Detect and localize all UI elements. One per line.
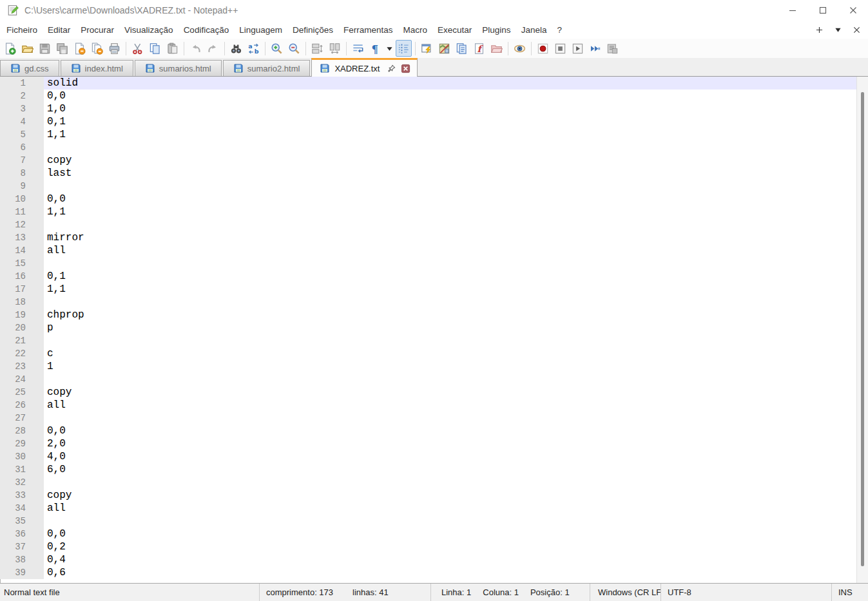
file-monitoring-button[interactable]: [512, 40, 528, 57]
menu-help[interactable]: ?: [552, 22, 567, 38]
maximize-button[interactable]: [807, 0, 838, 21]
editor-line[interactable]: 171,1: [0, 283, 857, 296]
tab-list-dropdown-button[interactable]: [833, 25, 843, 35]
editor-line[interactable]: 27: [0, 412, 857, 425]
editor-line[interactable]: 21: [0, 334, 857, 347]
editor-line[interactable]: 22c: [0, 347, 857, 360]
editor-line[interactable]: 14all: [0, 244, 857, 257]
print-button[interactable]: [106, 40, 122, 57]
editor-line[interactable]: 100,0: [0, 193, 857, 205]
document-map-button[interactable]: [436, 40, 452, 57]
close-button[interactable]: [838, 0, 868, 21]
pin-tab-icon[interactable]: [387, 64, 396, 73]
close-tab-icon[interactable]: [401, 64, 410, 73]
editor-line[interactable]: 51,1: [0, 128, 857, 141]
editor-line[interactable]: 8last: [0, 167, 857, 180]
plus-button[interactable]: [815, 25, 824, 35]
show-indent-guide-button[interactable]: [396, 40, 412, 57]
minimize-button[interactable]: [777, 0, 807, 21]
sync-vertical-button[interactable]: [309, 40, 325, 57]
editor-line[interactable]: 316,0: [0, 463, 857, 476]
editor-line[interactable]: 24: [0, 373, 857, 386]
zoom-out-button[interactable]: [286, 40, 302, 57]
document-list-button[interactable]: [454, 40, 470, 57]
editor-line[interactable]: 34all: [0, 502, 857, 515]
menu-editar[interactable]: Editar: [43, 22, 75, 38]
editor-line[interactable]: 40,1: [0, 115, 857, 128]
editor-line[interactable]: 380,4: [0, 553, 857, 566]
editor-line[interactable]: 231: [0, 360, 857, 373]
editor-line[interactable]: 20,0: [0, 90, 857, 102]
close-document-button[interactable]: [852, 25, 862, 35]
find-button[interactable]: [228, 40, 244, 57]
cut-button[interactable]: [130, 40, 146, 57]
macro-run-multiple-button[interactable]: [587, 40, 603, 57]
macro-record-button[interactable]: [535, 40, 551, 57]
zoom-in-button[interactable]: [269, 40, 285, 57]
editor-line[interactable]: 304,0: [0, 450, 857, 463]
tab-gd-css[interactable]: gd.css: [0, 60, 59, 76]
status-encoding-section[interactable]: UTF-8: [661, 584, 831, 601]
save-button[interactable]: [37, 40, 53, 57]
replace-button[interactable]: ab: [246, 40, 262, 57]
menu-plugins[interactable]: Plugins: [477, 22, 516, 38]
menu-janela[interactable]: Janela: [516, 22, 552, 38]
sync-horizontal-button[interactable]: [327, 40, 343, 57]
show-all-characters-button[interactable]: ¶: [367, 40, 383, 57]
macro-stop-button[interactable]: [552, 40, 568, 57]
editor-line[interactable]: 26all: [0, 399, 857, 412]
editor[interactable]: 1solid20,031,040,151,167copy8last9100,01…: [0, 77, 868, 583]
status-insert-mode-section[interactable]: INS: [831, 584, 868, 601]
menu-definicoes[interactable]: Definições: [287, 22, 338, 38]
editor-line[interactable]: 390,6: [0, 566, 857, 579]
redo-button[interactable]: [205, 40, 221, 57]
vertical-scrollbar[interactable]: [856, 77, 868, 583]
menu-procurar[interactable]: Procurar: [75, 22, 119, 38]
editor-line[interactable]: 6: [0, 141, 857, 154]
open-file-button[interactable]: [19, 40, 35, 57]
editor-line[interactable]: 15: [0, 257, 857, 270]
scrollbar-thumb[interactable]: [861, 92, 864, 566]
editor-line[interactable]: 20p: [0, 321, 857, 334]
menu-macro[interactable]: Macro: [398, 22, 433, 38]
editor-line[interactable]: 9: [0, 180, 857, 193]
editor-line[interactable]: 292,0: [0, 437, 857, 450]
close-all-button[interactable]: [89, 40, 105, 57]
paste-button[interactable]: [164, 40, 180, 57]
menu-linguagem[interactable]: Linguagem: [234, 22, 287, 38]
tab-xadrez-txt[interactable]: XADREZ.txt: [311, 58, 418, 77]
menu-visualizacao[interactable]: Visualização: [119, 22, 178, 38]
macro-save-button[interactable]: [604, 40, 621, 57]
function-list-button[interactable]: f: [471, 40, 487, 57]
tab-index-html[interactable]: index.html: [61, 60, 133, 76]
new-file-button[interactable]: [2, 40, 18, 57]
editor-line[interactable]: 160,1: [0, 270, 857, 283]
tab-sumarios-html[interactable]: sumarios.html: [135, 60, 222, 76]
show-all-characters-dropdown-button[interactable]: [385, 40, 394, 57]
close-file-button[interactable]: [72, 40, 88, 57]
menu-executar[interactable]: Executar: [432, 22, 477, 38]
editor-line[interactable]: 31,0: [0, 102, 857, 115]
editor-line[interactable]: 12: [0, 218, 857, 231]
editor-line[interactable]: 13mirror: [0, 231, 857, 244]
copy-button[interactable]: [147, 40, 163, 57]
editor-line[interactable]: 7copy: [0, 154, 857, 167]
editor-line[interactable]: 111,1: [0, 205, 857, 218]
menu-codificacao[interactable]: Codificação: [178, 22, 235, 38]
word-wrap-button[interactable]: [350, 40, 366, 57]
macro-play-button[interactable]: [570, 40, 586, 57]
save-all-button[interactable]: [54, 40, 70, 57]
editor-line[interactable]: 18: [0, 296, 857, 309]
tab-sumario2-html[interactable]: sumario2.html: [223, 60, 311, 76]
editor-line[interactable]: 370,2: [0, 540, 857, 553]
editor-line[interactable]: 25copy: [0, 386, 857, 399]
status-eol-section[interactable]: Windows (CR LF): [590, 584, 661, 601]
folder-as-workspace-button[interactable]: [488, 40, 505, 57]
undo-button[interactable]: [188, 40, 204, 57]
editor-line[interactable]: 19chprop: [0, 309, 857, 321]
editor-line[interactable]: 33copy: [0, 489, 857, 502]
menu-ferramentas[interactable]: Ferramentas: [338, 22, 398, 38]
editor-line[interactable]: 360,0: [0, 528, 857, 540]
editor-line[interactable]: 280,0: [0, 425, 857, 437]
user-defined-language-button[interactable]: [419, 40, 435, 57]
